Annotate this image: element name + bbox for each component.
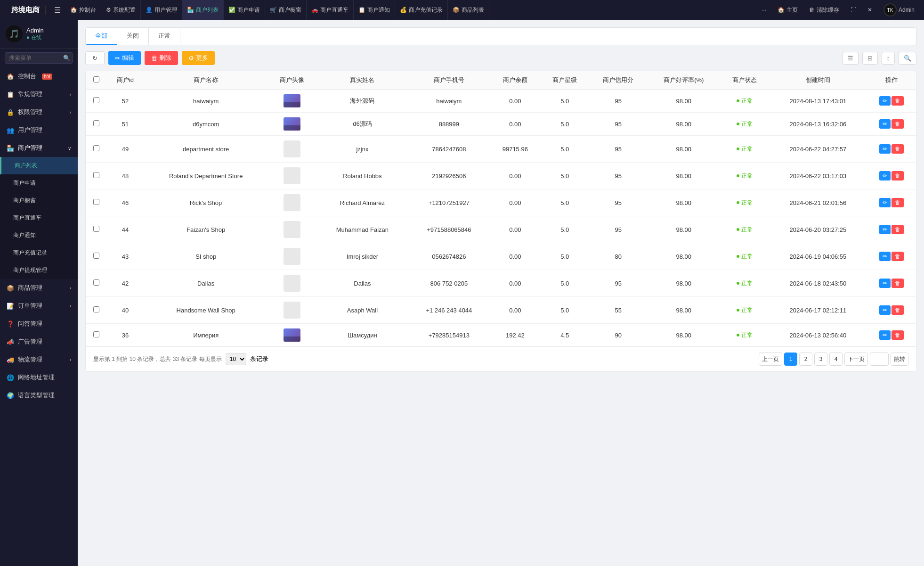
row-checkbox-40[interactable] xyxy=(93,306,99,312)
cell-created-at: 2024-06-19 04:06:55 xyxy=(769,243,867,270)
menu-toggle-icon[interactable]: ☰ xyxy=(51,6,64,15)
row-delete-button[interactable]: 🗑 xyxy=(892,198,904,207)
row-edit-button[interactable]: ✏ xyxy=(879,171,891,180)
topbar-close-btn[interactable]: ✕ xyxy=(864,7,876,13)
sidebar-item-network[interactable]: 🌐 网络地址管理 xyxy=(0,369,78,386)
cell-avatar xyxy=(268,243,317,270)
sidebar-label-merchant-list: 商户列表 xyxy=(15,162,37,170)
topbar-clear-cache-btn[interactable]: 🗑清除缓存 xyxy=(805,6,843,14)
th-realname: 真实姓名 xyxy=(316,71,408,90)
next-page-button[interactable]: 下一页 xyxy=(844,353,868,366)
topbar-more-btn[interactable]: ··· xyxy=(758,7,770,13)
tab-closed[interactable]: 关闭 xyxy=(117,28,149,45)
sort-button[interactable]: ↕ xyxy=(882,52,895,65)
row-checkbox-43[interactable] xyxy=(93,253,99,259)
cell-created-at: 2024-06-17 02:12:11 xyxy=(769,297,867,324)
sidebar-item-merchant-express[interactable]: 商户直通车 xyxy=(0,209,78,227)
row-edit-button[interactable]: ✏ xyxy=(879,305,891,315)
row-edit-button[interactable]: ✏ xyxy=(879,279,891,288)
topbar-fullscreen-btn[interactable]: ⛶ xyxy=(847,7,860,13)
row-delete-button[interactable]: 🗑 xyxy=(892,225,904,234)
topbar-nav-merchant-list[interactable]: 🏪商户列表 xyxy=(182,0,224,20)
row-checkbox-49[interactable] xyxy=(93,145,99,151)
topbar-nav-merchant-window[interactable]: 🛒商户橱窗 xyxy=(265,0,307,20)
sidebar-item-dashboard[interactable]: 🏠 控制台 hot xyxy=(0,67,78,85)
page-1-button[interactable]: 1 xyxy=(784,353,797,366)
row-delete-button[interactable]: 🗑 xyxy=(892,171,904,180)
row-checkbox-42[interactable] xyxy=(93,279,99,286)
topbar-nav-users[interactable]: 👤用户管理 xyxy=(141,0,182,20)
row-delete-button[interactable]: 🗑 xyxy=(892,252,904,261)
view-grid-button[interactable]: ⊞ xyxy=(862,52,878,65)
row-delete-button[interactable]: 🗑 xyxy=(892,144,904,154)
topbar-home-btn[interactable]: 🏠主页 xyxy=(774,6,802,14)
row-edit-button[interactable]: ✏ xyxy=(879,144,891,154)
page-4-button[interactable]: 4 xyxy=(829,353,843,366)
sidebar-item-permission[interactable]: 🔒 权限管理 › xyxy=(0,103,78,121)
search-button[interactable]: 🔍 xyxy=(899,52,916,65)
sidebar-label-merchant-express: 商户直通车 xyxy=(13,214,41,222)
row-edit-button[interactable]: ✏ xyxy=(879,119,891,129)
row-delete-button[interactable]: 🗑 xyxy=(892,96,904,106)
row-edit-button[interactable]: ✏ xyxy=(879,330,891,340)
sidebar-item-language[interactable]: 🌍 语言类型管理 xyxy=(0,386,78,404)
sidebar-item-merchant-recharge[interactable]: 商户充值记录 xyxy=(0,244,78,262)
sidebar-item-merchant-list[interactable]: 商户列表 xyxy=(0,157,78,174)
content-area: 全部 关闭 正常 ↻ ✏ 编辑 🗑 删除 ⚙ 更多 ☰ xyxy=(78,20,924,566)
sidebar-item-merchant[interactable]: 🏪 商户管理 ∨ xyxy=(0,139,78,157)
cell-status: 正常 xyxy=(720,163,769,189)
topbar-nav-recharge[interactable]: 💰商户充值记录 xyxy=(395,0,448,20)
page-jump-button[interactable]: 跳转 xyxy=(891,353,908,366)
more-button[interactable]: ⚙ 更多 xyxy=(182,51,215,65)
prev-page-button[interactable]: 上一页 xyxy=(759,353,782,366)
cell-id: 42 xyxy=(106,270,144,297)
row-checkbox-48[interactable] xyxy=(93,172,99,178)
sidebar-item-merchant-notify[interactable]: 商户通知 xyxy=(0,227,78,244)
sidebar-item-logistics[interactable]: 🚚 物流管理 › xyxy=(0,351,78,369)
tab-normal[interactable]: 正常 xyxy=(149,28,180,45)
row-edit-button[interactable]: ✏ xyxy=(879,225,891,234)
topbar-avatar[interactable]: TK Admin xyxy=(880,3,918,16)
page-jump-input[interactable] xyxy=(870,353,889,366)
topbar-nav-merchant-apply[interactable]: ✅商户申请 xyxy=(224,0,265,20)
row-edit-button[interactable]: ✏ xyxy=(879,96,891,106)
delete-button[interactable]: 🗑 删除 xyxy=(145,51,178,65)
row-edit-button[interactable]: ✏ xyxy=(879,252,891,261)
cell-rating: 98.00 xyxy=(648,270,720,297)
sidebar-item-orders[interactable]: 📝 订单管理 › xyxy=(0,297,78,315)
row-checkbox-46[interactable] xyxy=(93,199,99,205)
page-2-button[interactable]: 2 xyxy=(799,353,812,366)
topbar-nav-merchant-express[interactable]: 🚗商户直通车 xyxy=(307,0,354,20)
sidebar-item-merchant-withdraw[interactable]: 商户提现管理 xyxy=(0,262,78,279)
topbar-nav-sysconfig[interactable]: ⚙系统配置 xyxy=(101,0,141,20)
row-delete-button[interactable]: 🗑 xyxy=(892,279,904,288)
sidebar-item-general[interactable]: 📋 常规管理 › xyxy=(0,85,78,103)
refresh-button[interactable]: ↻ xyxy=(85,51,105,65)
sidebar-item-qa[interactable]: ❓ 问答管理 xyxy=(0,315,78,333)
sidebar-item-merchant-window[interactable]: 商户橱窗 xyxy=(0,192,78,209)
language-icon: 🌍 xyxy=(7,392,14,399)
sidebar-item-users[interactable]: 👥 用户管理 xyxy=(0,121,78,139)
select-all-checkbox[interactable] xyxy=(93,76,99,82)
per-page-dropdown[interactable]: 10 20 50 xyxy=(226,353,246,365)
view-list-button[interactable]: ☰ xyxy=(843,52,859,65)
page-3-button[interactable]: 3 xyxy=(814,353,827,366)
row-checkbox-51[interactable] xyxy=(93,120,99,126)
sidebar-item-goods[interactable]: 📦 商品管理 › xyxy=(0,279,78,297)
th-rating: 商户好评率(%) xyxy=(648,71,720,90)
row-checkbox-36[interactable] xyxy=(93,331,99,337)
row-delete-button[interactable]: 🗑 xyxy=(892,119,904,129)
sidebar-item-ads[interactable]: 📣 广告管理 xyxy=(0,333,78,351)
topbar-nav-goods[interactable]: 📦商品列表 xyxy=(448,0,489,20)
row-delete-button[interactable]: 🗑 xyxy=(892,330,904,340)
row-edit-button[interactable]: ✏ xyxy=(879,198,891,207)
sidebar-item-merchant-apply[interactable]: 商户申请 xyxy=(0,174,78,192)
tab-all[interactable]: 全部 xyxy=(86,28,117,45)
topbar-nav-dashboard[interactable]: 🏠控制台 xyxy=(65,0,101,20)
row-delete-button[interactable]: 🗑 xyxy=(892,305,904,315)
edit-button[interactable]: ✏ 编辑 xyxy=(108,51,141,65)
row-checkbox-44[interactable] xyxy=(93,226,99,232)
topbar-nav-merchant-notify[interactable]: 📋商户通知 xyxy=(354,0,395,20)
row-checkbox-52[interactable] xyxy=(93,97,99,103)
avatar-placeholder xyxy=(284,302,300,319)
